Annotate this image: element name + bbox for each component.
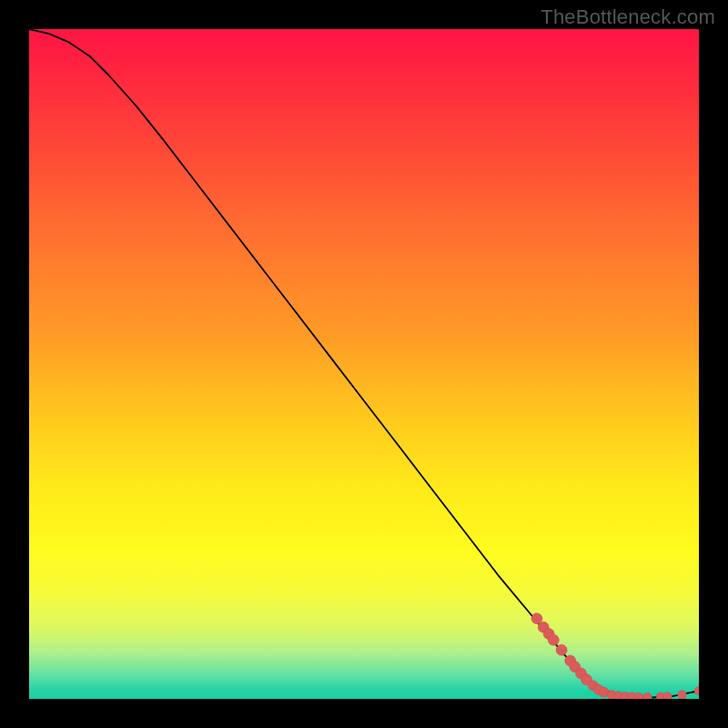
data-marker xyxy=(642,693,652,699)
chart-svg xyxy=(29,29,699,699)
data-markers xyxy=(531,613,699,699)
plot-area xyxy=(29,29,699,699)
data-marker xyxy=(678,691,687,699)
data-marker xyxy=(556,644,567,655)
data-marker xyxy=(663,693,672,699)
data-marker xyxy=(694,686,699,695)
watermark-text: TheBottleneck.com xyxy=(541,5,715,29)
data-marker xyxy=(634,693,643,699)
data-marker xyxy=(548,634,559,645)
bottleneck-curve xyxy=(29,29,699,698)
chart-container: TheBottleneck.com xyxy=(0,0,728,728)
